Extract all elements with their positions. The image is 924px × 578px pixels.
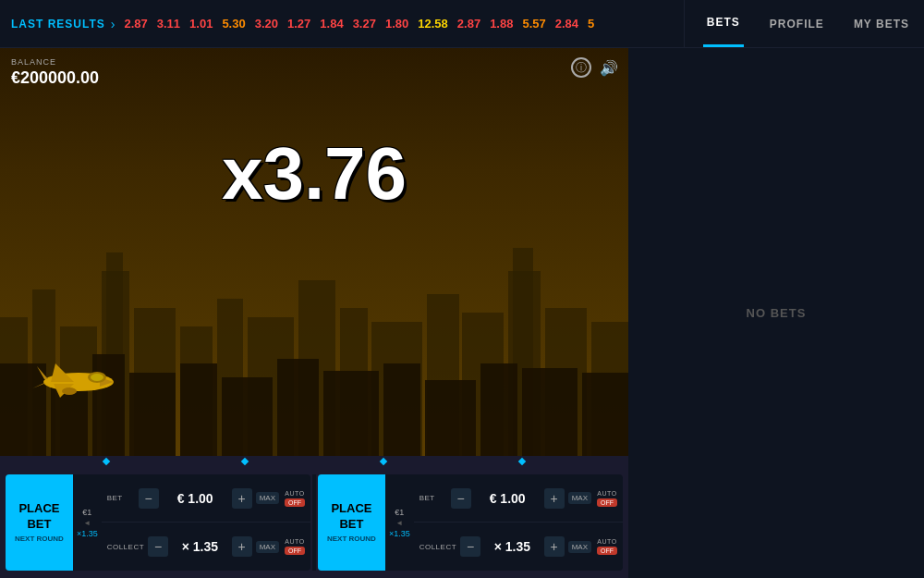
bet-plus-1[interactable]: + [232,488,252,509]
panel-divider [312,474,316,571]
main-layout: BALANCE €200000.00 ⓘ 🔊 x3.76 [0,48,924,578]
auto-label-2: AUTO [597,490,616,497]
bet-row-bottom-2: COLLECT − × 1.35 + MAX AUTO OFF [414,523,623,571]
result-value: 1.80 [385,17,408,31]
city-skyline [0,178,628,456]
collect-auto-group-2: AUTO OFF [597,538,617,555]
bet-minus-2[interactable]: − [451,488,471,509]
multiplier-display: x3.76 [222,131,407,216]
progress-dot [518,458,526,465]
result-value: 1.27 [287,17,310,31]
max-btn-2[interactable]: MAX [568,492,591,504]
result-value: 1.84 [320,17,343,31]
separator-arrow-2: ◄ [395,519,403,527]
svg-rect-28 [480,363,517,456]
chevron-icon[interactable]: › [111,17,116,31]
svg-rect-30 [582,373,628,456]
bet-label-2: BET [419,494,447,502]
collect-plus-2[interactable]: + [544,536,565,557]
right-nav: BETSPROFILEMY BETS [684,0,913,47]
separator-arrow-1: ◄ [83,519,91,527]
bet-value-2: € 1.00 [475,491,541,506]
collect-plus-1[interactable]: + [232,536,252,557]
collect-auto-group-1: AUTO OFF [285,538,305,555]
progress-bar [0,456,628,467]
result-value: 5.57 [522,17,545,31]
svg-rect-25 [323,371,379,456]
right-panel: NO BETS [628,48,924,578]
game-canvas: BALANCE €200000.00 ⓘ 🔊 x3.76 [0,48,628,456]
svg-rect-23 [222,377,273,456]
collect-off-badge-2[interactable]: OFF [597,547,617,555]
svg-rect-26 [383,363,420,456]
svg-rect-21 [129,373,176,456]
plane [28,359,120,400]
bet-controls-inner-2: BET − € 1.00 + MAX AUTO OFF COLLECT − × [414,474,623,571]
result-value: 2.87 [457,17,480,31]
quick-amount-1: €1 [82,508,91,517]
bet-minus-1[interactable]: − [139,488,159,509]
auto-group-2: AUTO OFF [597,490,617,507]
collect-max-btn-1[interactable]: MAX [256,541,279,553]
game-area: BALANCE €200000.00 ⓘ 🔊 x3.76 [0,48,628,578]
result-value: 2.87 [124,17,147,31]
svg-point-34 [91,374,103,381]
place-bet-label-1: PLACEBET [18,501,59,533]
svg-rect-27 [425,380,476,456]
auto-label-1: AUTO [285,490,304,497]
bet-row-top-1: BET − € 1.00 + MAX AUTO OFF [102,474,310,523]
nav-tab-profile[interactable]: PROFILE [766,0,828,47]
result-value: 3.20 [255,17,278,31]
nav-tab-my-bets[interactable]: MY BETS [850,0,913,47]
max-btn-1[interactable]: MAX [256,492,279,504]
bet-controls: PLACEBET NEXT ROUND €1 ◄ ×1.35 BET − € 1… [0,467,628,578]
bet-value-1: € 1.00 [163,491,228,506]
svg-rect-29 [522,368,578,456]
quick-amount-2: €1 [395,508,404,517]
off-badge-1[interactable]: OFF [285,498,305,507]
collect-off-badge-1[interactable]: OFF [285,547,305,555]
svg-marker-35 [51,363,74,382]
svg-rect-22 [180,363,217,456]
balance-label: BALANCE [11,57,56,67]
top-bar: LAST RESULTS › 2.873.111.015.303.201.271… [0,0,924,48]
progress-dot [241,458,249,465]
collect-ratio-2: ×1.35 [389,529,410,538]
results-scroll: 2.873.111.015.303.201.271.843.271.8012.5… [124,17,674,31]
progress-dot [380,458,387,465]
result-value: 5 [588,17,594,31]
bet-row-bottom-1: COLLECT − × 1.35 + MAX AUTO OFF [102,523,310,571]
place-bet-label-2: PLACEBET [331,501,371,533]
collect-auto-label-1: AUTO [285,538,304,545]
collect-max-btn-2[interactable]: MAX [568,541,591,553]
nav-tab-bets[interactable]: BETS [703,0,744,47]
bet-panel-1: PLACEBET NEXT ROUND €1 ◄ ×1.35 BET − € 1… [6,474,310,571]
info-icon[interactable]: ⓘ [571,57,591,78]
bet-plus-2[interactable]: + [544,488,565,509]
place-bet-button-2[interactable]: PLACEBET NEXT ROUND [318,474,385,571]
result-value: 2.84 [555,17,578,31]
collect-ratio-1: ×1.35 [77,529,98,538]
collect-minus-1[interactable]: − [148,536,168,557]
next-round-label-2: NEXT ROUND [327,535,376,544]
result-value: 1.01 [189,17,213,31]
auto-group-1: AUTO OFF [285,490,305,507]
place-bet-button-1[interactable]: PLACEBET NEXT ROUND [6,474,73,571]
sound-icon[interactable]: 🔊 [599,57,619,78]
next-round-label-1: NEXT ROUND [15,535,64,544]
result-value: 3.11 [157,17,180,31]
collect-label-1: COLLECT [107,543,144,551]
collect-minus-2[interactable]: − [460,536,480,557]
off-badge-2[interactable]: OFF [597,498,617,507]
last-results-label: LAST RESULTS [11,18,105,31]
result-value: 12.58 [418,17,448,31]
balance-value: €200000.00 [11,68,99,88]
bet-label-1: BET [107,494,135,502]
bet-row-top-2: BET − € 1.00 + MAX AUTO OFF [414,474,623,523]
svg-marker-38 [32,383,46,388]
no-bets-text: NO BETS [628,48,924,578]
collect-auto-label-2: AUTO [597,538,616,545]
collect-label-2: COLLECT [419,543,456,551]
progress-dot [103,458,110,465]
result-value: 5.30 [222,17,245,31]
